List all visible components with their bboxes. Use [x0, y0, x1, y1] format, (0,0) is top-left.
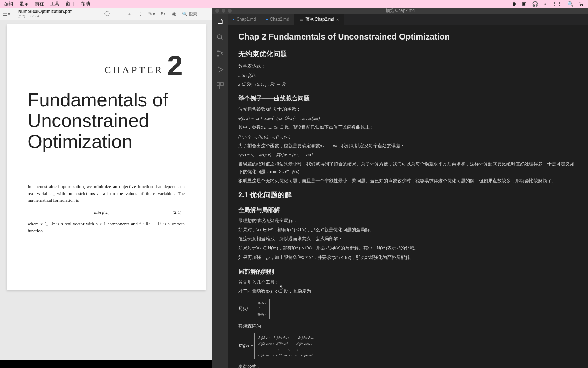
control-center-icon[interactable]: ⌘ [579, 1, 584, 7]
source-control-icon[interactable] [216, 49, 224, 58]
zoom-in-icon[interactable]: + [126, 11, 132, 17]
markdown-preview[interactable]: Chap 2 Fundamentals of Unconstrained Opt… [228, 25, 588, 368]
annotate-icon[interactable]: ✎▾ [148, 11, 155, 17]
chapter-label: CHAPTER 2 [28, 56, 185, 76]
p-global: 如果对于∀x ∈ ℝⁿ，都有f(x*) ≤ f(x)，那么x*就是优化问题的全局… [238, 226, 578, 234]
pdf-toolbar: ☰▾ NumericalOptimization.pdf 页码：30/684 ⓘ… [0, 8, 212, 20]
share-icon[interactable]: ⇪ [137, 11, 144, 17]
p-ideal: 最理想的情况无疑是全局解： [238, 217, 578, 225]
minimize-light[interactable] [222, 9, 225, 13]
zoom-light[interactable] [228, 9, 232, 13]
preview-h1: Chap 2 Fundamentals of Unconstrained Opt… [238, 32, 578, 42]
p-hess-label: 其海森阵为 [238, 322, 578, 330]
pdf-search-input[interactable] [189, 12, 210, 16]
p-ex2: 其中，参数x₁, ..., x₆ ∈ ℝ。假设目前已知如下点位于该函数曲线上： [238, 123, 578, 131]
bluetooth-icon[interactable]: ᚼ [544, 1, 546, 7]
wifi-icon[interactable]: ⋮⋮ [552, 1, 562, 7]
extensions-icon[interactable] [216, 82, 224, 90]
math-min: minₓ f(x), [238, 71, 578, 79]
p-fit: 为了拟合出这个函数，也就是要确定参数x₁, ..., x₆，我们可以定义每个点处… [238, 142, 578, 150]
chapter-word: CHAPTER [104, 64, 164, 76]
search-icon[interactable]: 🔍 [567, 1, 573, 7]
vscode-window: 预览 Chap2.md Chap1.md Chap2.md ▤预览 Chap2.… [212, 8, 588, 360]
activity-bar [212, 14, 228, 368]
pdf-equation-2-1: min f(x), (2.1) [28, 209, 185, 216]
h2-unconstrained: 无约束优化问题 [238, 49, 578, 59]
pdf-viewport[interactable]: CHAPTER 2 Fundamentals of Unconstrained … [0, 20, 212, 360]
vscode-body: Chap1.md Chap2.md ▤预览 Chap2.md× Chap 2 F… [212, 14, 588, 368]
pdf-viewer-window: ☰▾ NumericalOptimization.pdf 页码：30/684 ⓘ… [0, 8, 212, 360]
record-icon[interactable]: ⏺ [511, 1, 516, 7]
zoom-out-icon[interactable]: − [115, 11, 121, 17]
p-strict: 如果再加强一步，加上限制条件x ≠ x*，并要求f(x*) < f(x)，那么x… [238, 254, 578, 261]
svg-point-2 [217, 55, 219, 56]
info-icon[interactable]: ⓘ [104, 11, 110, 17]
close-light[interactable] [215, 9, 219, 13]
marker-icon[interactable]: ◉ [171, 11, 177, 17]
tab-chap1[interactable]: Chap1.md [228, 14, 261, 25]
p-taylor-label: 泰勒公式： [238, 363, 578, 368]
pdf-title-area: NumericalOptimization.pdf 页码：30/684 [14, 9, 100, 19]
close-tab-icon[interactable]: × [336, 17, 339, 22]
markdown-icon [266, 19, 268, 20]
pdf-page: CHAPTER 2 Fundamentals of Unconstrained … [7, 24, 206, 290]
pdf-tool-icons: ⓘ − + ⇪ ✎▾ ↻ ◉ 🔍 [104, 11, 210, 17]
p-sumsq: 当误差的绝对值之和达到最小时，我们就得到了拟合的结果。为了计算方便，我们可以为每… [238, 160, 578, 176]
menu-tools[interactable]: 工具 [50, 1, 59, 7]
search-glass-icon: 🔍 [182, 12, 187, 16]
menu-view[interactable]: 显示 [20, 1, 29, 7]
menubar-left: 编辑 显示 前往 工具 窗口 帮助 [4, 1, 90, 7]
rotate-icon[interactable]: ↻ [160, 11, 166, 17]
eq-text: min f(x), [94, 210, 110, 215]
eq-label: (2.1) [173, 209, 181, 216]
p-local: 如果对于∀x ∈ N(x*)，都有f(x*) ≤ f(x)，那么x*为f(x)的… [238, 244, 578, 252]
math-points: (t₁, y₁), ..., (tⱼ, yⱼ), ..., (tₘ, yₘ) [238, 133, 578, 141]
screenshare-icon[interactable]: ▣ [522, 1, 527, 7]
p-math-expr: 数学表达式： [238, 62, 578, 70]
h2-solution: 2.1 优化问题的解 [238, 190, 578, 200]
sidebar-toggle-icon[interactable]: ☰▾ [3, 10, 10, 17]
p-obvious: 很明显这是个无约束优化问题，而且是一个非线性最小二乘问题。当已知的点数较少时，很… [238, 177, 578, 185]
svg-rect-4 [217, 83, 220, 85]
menu-edit[interactable]: 编辑 [4, 1, 13, 7]
tab-chap2[interactable]: Chap2.md [261, 14, 294, 25]
svg-point-1 [217, 51, 219, 52]
pdf-search[interactable]: 🔍 [182, 12, 210, 16]
pdf-para2: where x ∈ ℝⁿ is a real vector with n ≥ 1… [28, 220, 185, 234]
search-activity-icon[interactable] [216, 33, 224, 42]
p-grad-label: 对于向量函数f(x), x ∈ ℝⁿ，其梯度为 [238, 288, 578, 295]
chapter-title: Fundamentals of Unconstrained Optimizati… [28, 90, 185, 152]
editor-tabs: Chap1.md Chap2.md ▤预览 Chap2.md× [228, 14, 588, 25]
tab-label: Chap1.md [237, 17, 256, 22]
svg-point-0 [217, 35, 222, 39]
headphones-icon[interactable]: 🎧 [532, 1, 538, 7]
vscode-titlebar: 预览 Chap2.md [212, 8, 588, 14]
p-tools: 首先引入几个工具： [238, 278, 578, 286]
traffic-lights[interactable] [215, 9, 232, 13]
pdf-para1: In unconstrained optimization, we minimi… [28, 183, 185, 204]
math-domain: x ∈ ℝⁿ, n ≥ 1, f : ℝⁿ → ℝ [238, 80, 578, 88]
math-rj: rⱼ(x) = yⱼ − φ(tⱼ; x)，其中x = (x₁, ..., x₆… [238, 151, 578, 159]
p-ex1: 假设包含参数x的关于t的函数： [238, 105, 578, 113]
explorer-icon[interactable] [216, 17, 224, 26]
pdf-filename: NumericalOptimization.pdf [18, 9, 100, 14]
hess-matrix: ∇²f(x) = ∂²f/∂x₁² ∂²f/∂x₁∂x₂ ⋯ ∂²f/∂x₁∂x… [238, 331, 578, 361]
svg-rect-6 [217, 86, 220, 89]
preview-icon: ▤ [299, 17, 303, 22]
menu-go[interactable]: 前往 [35, 1, 44, 7]
math-phi: φ(t; x) = x₁ + x₂e^(−(x₃−t)²/x₄) + x₅ co… [238, 114, 578, 122]
run-debug-icon[interactable] [216, 65, 224, 74]
pdf-page-info: 页码：30/684 [18, 14, 100, 19]
macos-menubar: 编辑 显示 前往 工具 窗口 帮助 ⏺ ▣ 🎧 ᚼ ⋮⋮ 🔍 ⌘ [0, 0, 588, 8]
tab-preview-chap2[interactable]: ▤预览 Chap2.md× [295, 14, 344, 25]
svg-rect-5 [220, 83, 223, 85]
pdf-body: In unconstrained optimization, we minimi… [28, 183, 185, 234]
window-title: 预览 Chap2.md [386, 8, 415, 14]
menu-help[interactable]: 帮助 [81, 1, 90, 7]
menu-window[interactable]: 窗口 [66, 1, 75, 7]
grad-matrix: ∇f(x) = ∂f/∂x₁⋮∂f/∂xₙ [238, 297, 578, 321]
markdown-icon [233, 19, 234, 20]
tab-label: 预览 Chap2.md [305, 16, 334, 22]
menubar-right: ⏺ ▣ 🎧 ᚼ ⋮⋮ 🔍 ⌘ [511, 1, 584, 7]
h3-judge: 局部解的判别 [238, 268, 578, 276]
